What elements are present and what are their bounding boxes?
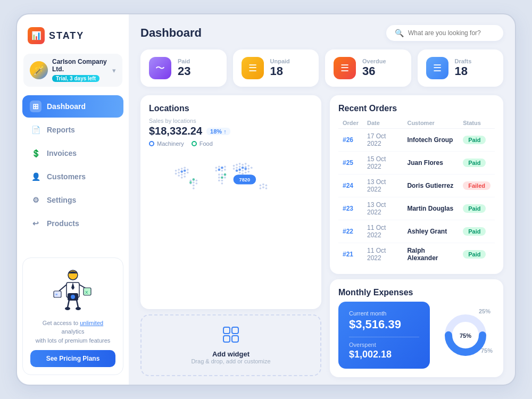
expenses-blue-card: Current month $3,516.39 Overspent $1,002… (338, 302, 430, 369)
settings-icon: ⚙ (30, 194, 41, 206)
world-map: 7820 (149, 150, 313, 214)
svg-point-24 (181, 173, 183, 176)
machinery-dot (149, 141, 154, 146)
overdue-icon: ☰ (334, 57, 356, 79)
add-widget-subtitle: Drag & drop, add or customize (191, 358, 270, 364)
order-status: Paid (459, 129, 495, 152)
add-widget-title: Add widget (212, 350, 250, 358)
content-row: Locations Sales by locations $18,332.24 … (140, 95, 503, 376)
order-number[interactable]: #23 (338, 197, 363, 220)
orders-card: Recent Orders Order Date Customer Status (330, 95, 503, 274)
order-customer: Ralph Alexander (403, 243, 459, 266)
svg-point-93 (221, 176, 223, 179)
svg-point-80 (196, 182, 198, 185)
order-date: 11 Oct 2022 (363, 220, 403, 243)
add-widget-card[interactable]: Add widget Drag & drop, add or customize (140, 314, 321, 376)
locations-badge: 18% ↑ (206, 128, 230, 135)
order-status: Paid (459, 220, 495, 243)
stat-card-overdue: ☰ Overdue 36 (325, 49, 411, 87)
svg-point-27 (175, 172, 177, 174)
promo-card: ≡ X Get access to unlimited analyticswit… (22, 257, 123, 376)
stat-info: Unpaid 18 (270, 58, 290, 78)
svg-point-68 (245, 172, 247, 174)
company-trial: Trial, 3 days left (52, 75, 99, 82)
svg-point-71 (265, 185, 268, 187)
orders-title: Recent Orders (338, 104, 495, 113)
sidebar-item-invoices[interactable]: 💲 Invoices (22, 142, 123, 164)
stat-value-paid: 23 (178, 64, 190, 78)
svg-point-19 (184, 167, 186, 169)
main-header: Dashboard 🔍 (140, 25, 503, 41)
svg-rect-100 (232, 336, 238, 342)
svg-point-92 (193, 178, 195, 181)
svg-point-65 (247, 171, 250, 173)
svg-point-42 (218, 177, 220, 179)
svg-point-50 (239, 163, 241, 165)
table-row: #26 17 Oct 2022 Infotech Group Paid (338, 129, 495, 152)
pricing-plans-button[interactable]: See Pricing Plans (30, 350, 115, 367)
locations-amount: $18,332.24 18% ↑ (149, 125, 313, 137)
donut-label-25: 25% (479, 308, 491, 314)
order-date: 15 Oct 2022 (363, 152, 403, 174)
svg-point-58 (245, 166, 247, 168)
stat-label-overdue: Overdue (362, 58, 386, 64)
sidebar-item-dashboard[interactable]: ⊞ Dashboard (22, 95, 123, 118)
current-month-amount: $3,516.39 (349, 318, 419, 331)
svg-point-87 (218, 169, 221, 171)
expenses-title: Monthly Expenses (338, 288, 495, 297)
svg-point-14 (76, 307, 81, 310)
svg-point-84 (238, 169, 241, 171)
svg-rect-97 (223, 327, 230, 334)
sidebar-item-label: Dashboard (47, 102, 86, 111)
order-date: 17 Oct 2022 (363, 129, 403, 152)
sidebar-item-customers[interactable]: 👤 Customers (22, 165, 123, 188)
stat-label-paid: Paid (178, 58, 190, 64)
stat-info: Drafts 18 (455, 58, 472, 78)
company-selector[interactable]: 🪄 Carlson Company Ltd. Trial, 3 days lef… (23, 54, 122, 87)
sidebar-item-reports[interactable]: 📄 Reports (22, 119, 123, 141)
order-status: Paid (459, 243, 495, 266)
sidebar-item-settings[interactable]: ⚙ Settings (22, 189, 123, 211)
order-number[interactable]: #24 (338, 174, 363, 197)
table-row: #21 11 Oct 2022 Ralph Alexander Paid (338, 243, 495, 266)
sidebar-item-products[interactable]: ↩ Products (22, 212, 123, 235)
svg-rect-99 (223, 336, 230, 342)
stat-value-drafts: 18 (455, 64, 472, 78)
order-number[interactable]: #21 (338, 243, 363, 266)
svg-point-91 (189, 181, 192, 184)
svg-point-40 (221, 173, 223, 176)
order-customer: Ashley Grant (403, 220, 459, 243)
svg-point-75 (189, 179, 192, 181)
stat-card-drafts: ☰ Drafts 18 (418, 49, 504, 87)
table-row: #25 15 Oct 2022 Juan Flores Paid (338, 152, 495, 174)
order-date: 13 Oct 2022 (363, 197, 403, 220)
overspent-amount: $1,002.18 (349, 349, 419, 360)
search-input[interactable] (408, 29, 495, 37)
svg-line-3 (59, 285, 66, 291)
svg-point-81 (193, 185, 195, 187)
promo-illustration: ≡ X (30, 267, 115, 314)
sidebar-item-label: Products (47, 219, 79, 228)
svg-point-23 (187, 169, 189, 171)
order-status: Paid (459, 152, 495, 174)
svg-point-29 (181, 177, 183, 179)
search-bar[interactable]: 🔍 (386, 25, 503, 41)
unlimited-link[interactable]: unlimited (80, 320, 103, 326)
order-number[interactable]: #25 (338, 152, 363, 174)
svg-text:≡: ≡ (55, 293, 57, 296)
svg-point-49 (236, 164, 238, 166)
sidebar-item-label: Customers (47, 172, 86, 181)
svg-point-74 (265, 187, 268, 189)
expenses-card: Monthly Expenses Current month $3,516.39… (330, 279, 503, 377)
donut-label-75: 75% (481, 347, 493, 354)
order-customer: Infotech Group (403, 129, 459, 152)
main-content: Dashboard 🔍 〜 Paid 23 ☰ Unpaid 18 (129, 14, 515, 385)
app-container: 📊 STATY 🪄 Carlson Company Ltd. Trial, 3 … (16, 13, 516, 386)
svg-point-67 (242, 172, 244, 174)
order-number[interactable]: #26 (338, 129, 363, 152)
svg-point-85 (242, 167, 244, 169)
order-status: Paid (459, 197, 495, 220)
company-avatar: 🪄 (30, 61, 48, 79)
order-customer: Martin Douglas (403, 197, 459, 220)
order-number[interactable]: #22 (338, 220, 363, 243)
